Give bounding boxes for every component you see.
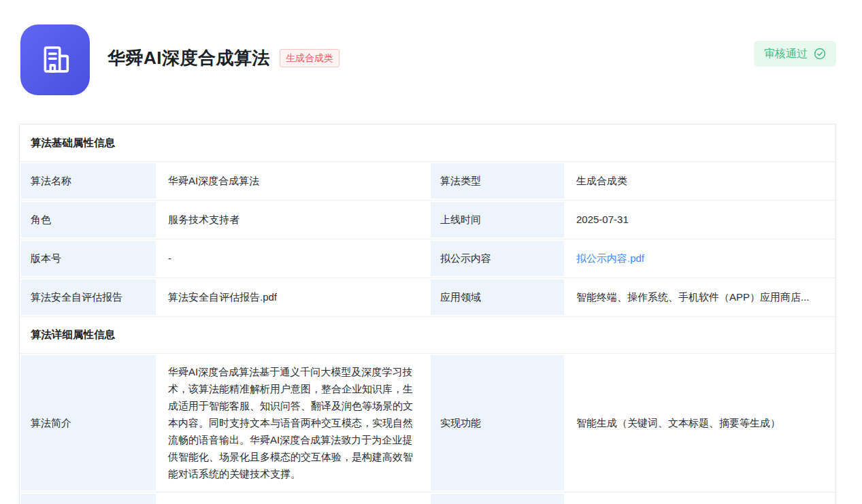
table-row: 角色 服务技术支持者 上线时间 2025-07-31	[20, 200, 835, 239]
table-row: 算法简介 华舜AI深度合成算法基于通义千问大模型及深度学习技术，该算法能精准解析…	[20, 353, 835, 492]
field-label: 应用领域	[429, 278, 565, 316]
field-value: 生成合成类	[565, 162, 835, 200]
page-header: 华舜AI深度合成算法 生成合成类 审核通过	[0, 0, 862, 95]
check-circle-icon	[814, 48, 826, 60]
building-icon	[37, 41, 73, 78]
table-row: 版本号 - 拟公示内容 拟公示内容.pdf	[20, 239, 835, 278]
public-content-pdf-link[interactable]: 拟公示内容.pdf	[576, 251, 644, 266]
field-label: 算法安全自评估报告	[20, 278, 157, 316]
field-label	[429, 492, 565, 504]
field-value	[565, 492, 835, 504]
field-label: 算法名称	[20, 162, 157, 200]
category-tag: 生成合成类	[280, 49, 339, 67]
table-row-partial	[20, 492, 835, 504]
section-title-detail: 算法详细属性信息	[20, 316, 835, 353]
status-badge-label: 审核通过	[764, 46, 808, 61]
page-title: 华舜AI深度合成算法	[107, 46, 270, 70]
title-block: 华舜AI深度合成算法 生成合成类	[107, 46, 339, 70]
field-label: 上线时间	[429, 201, 565, 239]
field-value: 服务技术支持者	[157, 201, 429, 239]
section-title-basic: 算法基础属性信息	[20, 124, 835, 161]
algorithm-info-table: 算法基础属性信息 算法名称 华舜AI深度合成算法 算法类型 生成合成类 角色 服…	[19, 124, 836, 504]
field-value: 算法安全自评估报告.pdf	[157, 278, 429, 316]
field-label: 实现功能	[429, 354, 565, 492]
algorithm-detail-page: 华舜AI深度合成算法 生成合成类 审核通过 算法基础属性信息 算法名称 华舜AI…	[0, 0, 862, 504]
field-value: 华舜AI深度合成算法	[157, 162, 429, 200]
table-row: 算法名称 华舜AI深度合成算法 算法类型 生成合成类	[20, 161, 835, 200]
field-value: 智能生成（关键词、文本标题、摘要等生成）	[565, 354, 835, 492]
status-badge: 审核通过	[754, 41, 836, 67]
field-label	[20, 492, 157, 504]
field-value: 华舜AI深度合成算法基于通义千问大模型及深度学习技术，该算法能精准解析用户意图，…	[157, 354, 429, 492]
field-label: 算法简介	[20, 354, 157, 492]
field-value: 2025-07-31	[565, 201, 835, 239]
field-label: 版本号	[20, 239, 157, 278]
app-logo	[20, 24, 90, 95]
field-value: 拟公示内容.pdf	[565, 239, 835, 278]
field-label: 拟公示内容	[429, 239, 565, 278]
field-label: 算法类型	[429, 162, 565, 200]
field-value	[157, 492, 429, 504]
table-row: 算法安全自评估报告 算法安全自评估报告.pdf 应用领域 智能终端、操作系统、手…	[20, 278, 835, 316]
field-value: -	[157, 239, 429, 278]
field-value: 智能终端、操作系统、手机软件（APP）应用商店...	[565, 278, 835, 316]
field-label: 角色	[20, 201, 157, 239]
